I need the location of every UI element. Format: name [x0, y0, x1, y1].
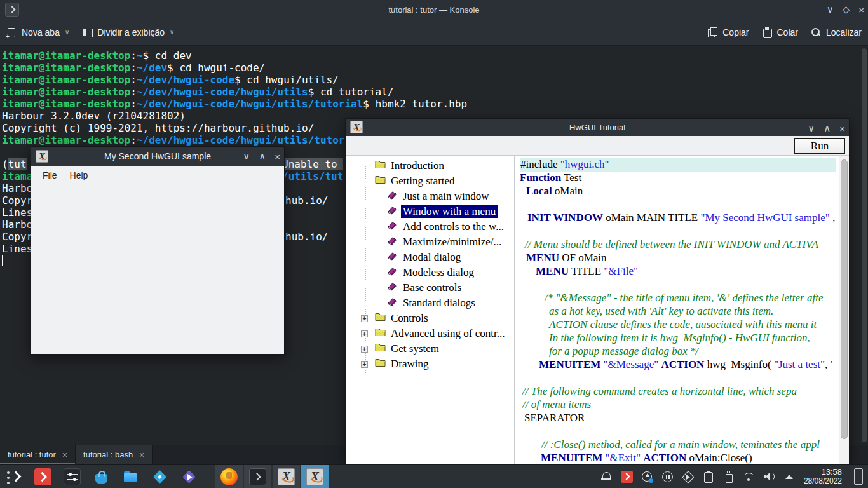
folder-icon	[375, 358, 386, 370]
tree-item-window-with-a-menu[interactable]: Window with a menu	[346, 204, 514, 219]
new-tab-button[interactable]: Nova aba ∨	[0, 19, 76, 45]
close-icon[interactable]: ×	[275, 151, 280, 162]
task-hwgui[interactable]	[273, 465, 300, 488]
tree-item-standard-dialogs[interactable]: Standard dialogs	[346, 295, 514, 311]
minimize-icon[interactable]: ∨	[808, 123, 815, 134]
maximize-icon[interactable]: ∧	[824, 123, 831, 134]
folder-icon	[375, 342, 386, 355]
run-button[interactable]: Run	[794, 138, 845, 154]
tree-item-label: Add controls to the w...	[401, 220, 506, 233]
tray-volume-icon[interactable]	[763, 471, 775, 483]
tree-item-modeless-dialog[interactable]: Modeless dialog	[346, 265, 514, 280]
sample-window: X My Second HwGUI sample ∨ ∧ × FileHelp	[31, 146, 285, 355]
tree-item-advanced-using-of-contr[interactable]: +Advanced using of contr...	[346, 326, 514, 341]
copy-button[interactable]: Copiar	[701, 19, 755, 45]
taskbar-launcher-icon[interactable]	[5, 468, 22, 485]
tree-item-add-controls-to-the-w[interactable]: Add controls to the w...	[346, 219, 514, 234]
tray-usb-icon[interactable]	[722, 471, 735, 483]
tray-update-icon[interactable]	[641, 471, 653, 483]
terminal-tab[interactable]: tutorial : bash×	[76, 445, 153, 464]
folder-icon	[375, 159, 386, 172]
book-icon	[387, 236, 398, 248]
taskbar-anydesk-icon[interactable]	[34, 468, 51, 485]
tree-item-modal-dialog[interactable]: Modal dialog	[346, 250, 514, 265]
tree-item-label: Modal dialog	[401, 251, 463, 264]
tray-caret-up-icon[interactable]	[783, 471, 796, 483]
new-tab-label: Nova aba	[22, 27, 60, 37]
expander-plus-icon[interactable]: +	[361, 315, 368, 322]
find-button[interactable]: Localizar	[804, 19, 868, 45]
code-scrollbar[interactable]	[839, 156, 849, 464]
split-view-button[interactable]: Dividir a exibição ∨	[76, 19, 180, 45]
clock[interactable]: 13:58 28/08/2022	[804, 468, 842, 485]
tutorial-titlebar[interactable]: X HwGUI Tutorial ∨ ∧ ×	[346, 119, 849, 136]
code-line: MENU TITLE "&File"	[520, 265, 836, 278]
code-line: #include "hwgui.ch"	[520, 158, 836, 172]
menu-file[interactable]: File	[37, 169, 62, 182]
tab-close-icon[interactable]: ×	[139, 450, 144, 460]
code-line: ACTION clause defines the code, aasociat…	[520, 318, 836, 332]
taskbar-haruna-icon[interactable]	[180, 468, 198, 485]
tree-item-introduction[interactable]: Introduction	[346, 158, 514, 173]
paste-label: Colar	[777, 27, 798, 37]
terminal-line: itamar@itamar-desktop:~/dev/hwgui-code/h…	[2, 98, 868, 110]
hwgui-icon	[278, 468, 295, 485]
sample-menubar: FileHelp	[31, 166, 284, 185]
taskbar-folder-icon[interactable]	[122, 468, 139, 485]
tray-media-icon[interactable]	[682, 471, 694, 483]
minimize-icon[interactable]: ∨	[243, 151, 250, 162]
code-line: // Menu should be defined between the IN…	[520, 238, 836, 252]
close-icon[interactable]: ×	[858, 4, 864, 15]
taskbar-kodi-icon[interactable]	[151, 468, 168, 485]
tree-item-controls[interactable]: +Controls	[346, 311, 514, 326]
folder-icon	[375, 175, 386, 187]
tree-item-get-system[interactable]: +Get system	[346, 341, 514, 356]
task-hwgui-active[interactable]	[301, 465, 329, 488]
chevron-down-icon: ∨	[65, 29, 69, 36]
tree-item-label: Modeless dialog	[401, 266, 476, 279]
minimize-icon[interactable]: ∨	[827, 4, 834, 15]
menu-help[interactable]: Help	[65, 169, 93, 182]
tray-wifi-icon[interactable]	[743, 471, 755, 483]
tree-item-just-a-main-window[interactable]: Just a main window	[346, 189, 514, 204]
paste-button[interactable]: Colar	[756, 19, 804, 45]
tree-item-label: Getting started	[389, 175, 457, 187]
tree-item-label: Advanced using of contr...	[389, 327, 506, 340]
konsole-titlebar[interactable]: tutorial : tutor — Konsole ∨ ◇ ×	[0, 0, 868, 19]
tutorial-window: X HwGUI Tutorial ∨ ∧ × Run IntroductionG…	[345, 118, 850, 464]
terminal-scrollbar[interactable]	[862, 48, 867, 442]
sample-titlebar[interactable]: X My Second HwGUI sample ∨ ∧ ×	[31, 147, 284, 166]
expander-plus-icon[interactable]: +	[361, 361, 368, 368]
taskbar-discover-icon[interactable]	[93, 468, 110, 485]
show-desktop-button[interactable]	[854, 468, 863, 485]
tree-item-base-controls[interactable]: Base controls	[346, 280, 514, 295]
tab-label: tutorial : tutor	[8, 450, 56, 459]
tutorial-tree: IntroductionGetting startedJust a main w…	[346, 156, 515, 464]
tree-item-drawing[interactable]: +Drawing	[346, 356, 514, 372]
terminal-line: itamar@itamar-desktop:~/dev/hwgui-code$ …	[2, 74, 868, 86]
tab-close-icon[interactable]: ×	[62, 450, 67, 460]
task-konsole[interactable]	[244, 465, 271, 488]
expander-plus-icon[interactable]: +	[361, 346, 368, 353]
tray-pause-icon[interactable]	[661, 471, 674, 483]
close-icon[interactable]: ×	[839, 123, 845, 134]
code-line: for a popup message dialog box */	[520, 345, 836, 358]
code-line: as a hot key, used with 'Alt' key to act…	[520, 305, 836, 318]
tree-item-maximize-minimize[interactable]: Maximize/minimize/...	[346, 234, 514, 250]
code-line: MENU OF oMain	[520, 252, 836, 265]
maximize-icon[interactable]: ◇	[843, 4, 850, 15]
konsole-icon	[249, 468, 266, 485]
tray-bell-icon[interactable]	[600, 471, 613, 483]
new-tab-icon	[6, 27, 17, 37]
tray-anydesk-tray-icon[interactable]	[621, 471, 633, 483]
tray-clipboard-icon[interactable]	[702, 471, 714, 483]
code-viewer[interactable]: #include "hwgui.ch"Function TestLocal oM…	[515, 156, 849, 464]
task-firefox[interactable]	[215, 465, 243, 488]
tree-item-getting-started[interactable]: Getting started	[346, 173, 514, 189]
terminal-tab[interactable]: tutorial : tutor×	[0, 445, 76, 464]
maximize-icon[interactable]: ∧	[259, 151, 266, 162]
folder-icon	[375, 327, 386, 340]
expander-plus-icon[interactable]: +	[361, 330, 368, 337]
konsole-title: tutorial : tutor — Konsole	[0, 5, 868, 15]
taskbar-settings-icon[interactable]	[64, 468, 81, 485]
